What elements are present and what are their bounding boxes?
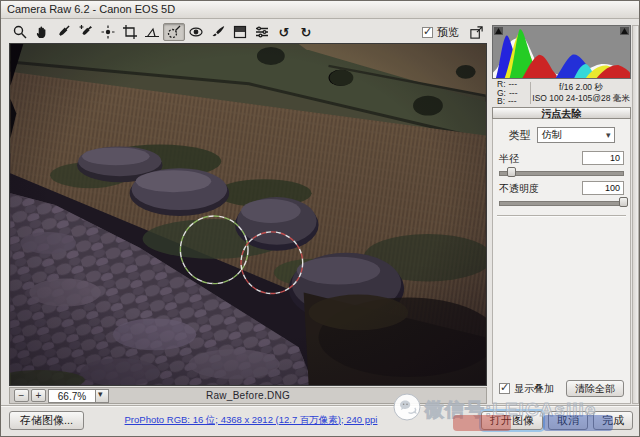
show-overlay-label: 显示叠加 [514, 382, 554, 396]
toolbar: ↺ ↻ 预览 [9, 22, 487, 42]
workflow-options-link[interactable]: ProPhoto RGB: 16 位; 4368 x 2912 (12.7 百万… [111, 414, 391, 427]
radius-value-field[interactable]: 10 [582, 151, 624, 165]
zoom-level-field[interactable]: 66.7% [48, 389, 96, 403]
red-eye-removal-tool-icon[interactable] [185, 23, 207, 41]
show-overlay-checkbox[interactable]: 显示叠加 [499, 382, 554, 396]
spot-removal-panel-title: 污点去除 [492, 107, 631, 119]
done-button[interactable]: 完成 [593, 411, 633, 430]
save-image-button[interactable]: 存储图像... [9, 411, 84, 430]
status-bar: − + 66.7% Raw_Before.DNG [9, 387, 487, 404]
show-overlay-checkbox-box[interactable] [499, 383, 510, 394]
b-label: B: [497, 97, 505, 106]
radius-slider[interactable] [499, 167, 624, 177]
opacity-slider[interactable] [499, 197, 624, 207]
graduated-filter-tool-icon[interactable] [229, 23, 251, 41]
zoom-tool-icon[interactable] [9, 23, 31, 41]
panel-scrollbar[interactable] [632, 25, 639, 404]
preview-checkbox-box[interactable] [422, 27, 433, 38]
footer: 存储图像... ProPhoto RGB: 16 位; 4368 x 2912 … [1, 408, 640, 432]
clear-all-button[interactable]: 清除全部 [566, 380, 624, 397]
preferences-icon[interactable] [251, 23, 273, 41]
rgb-values: R:--- G:--- B:--- [492, 80, 530, 106]
color-sampler-tool-icon[interactable] [75, 23, 97, 41]
rotate-left-icon[interactable]: ↺ [273, 23, 295, 41]
cancel-button[interactable]: 取消 [548, 411, 588, 430]
toggle-fullscreen-icon[interactable] [465, 23, 487, 41]
histogram [492, 25, 631, 79]
exif-readout: R:--- G:--- B:--- f/16 2.00 秒 ISO 100 24… [492, 80, 631, 106]
spot-removal-panel: 类型 仿制 半径 10 不透明度 100 显示叠加 清除全部 [492, 119, 631, 404]
title-bar[interactable]: Camera Raw 6.2 - Canon EOS 5D [1, 1, 639, 19]
crop-tool-icon[interactable] [119, 23, 141, 41]
straighten-tool-icon[interactable] [141, 23, 163, 41]
panel-separator [497, 215, 626, 217]
hand-tool-icon[interactable] [31, 23, 53, 41]
highlight-clipping-indicator[interactable] [620, 27, 629, 35]
type-label: 类型 [509, 128, 531, 143]
window-title: Camera Raw 6.2 - Canon EOS 5D [7, 3, 175, 15]
zoom-in-button[interactable]: + [31, 389, 46, 402]
spot-removal-tool-icon[interactable] [163, 23, 185, 41]
preview-checkbox[interactable]: 预览 [422, 25, 459, 40]
photo-preview[interactable] [9, 43, 487, 386]
preview-label: 预览 [437, 25, 459, 40]
zoom-out-button[interactable]: − [14, 389, 29, 402]
targeted-adjustment-tool-icon[interactable] [97, 23, 119, 41]
type-dropdown[interactable]: 仿制 [537, 127, 615, 143]
opacity-value-field[interactable]: 100 [582, 181, 624, 195]
radius-slider-thumb[interactable] [507, 167, 516, 177]
open-image-button[interactable]: 打开图像 [481, 411, 543, 430]
zoom-level-dropdown[interactable] [96, 389, 109, 403]
shadow-clipping-indicator[interactable] [494, 27, 503, 35]
white-balance-tool-icon[interactable] [53, 23, 75, 41]
adjustment-brush-tool-icon[interactable] [207, 23, 229, 41]
opacity-label: 不透明度 [499, 182, 539, 196]
b-value: --- [508, 97, 517, 106]
footer-divider [1, 405, 640, 407]
rotate-right-icon[interactable]: ↻ [295, 23, 317, 41]
opacity-slider-thumb[interactable] [619, 197, 628, 207]
iso-lens-info: ISO 100 24-105@28 毫米 [531, 93, 631, 104]
radius-label: 半径 [499, 152, 519, 166]
exposure-info: f/16 2.00 秒 [531, 82, 631, 93]
camera-raw-window: Camera Raw 6.2 - Canon EOS 5D ↺ ↻ [0, 0, 640, 437]
